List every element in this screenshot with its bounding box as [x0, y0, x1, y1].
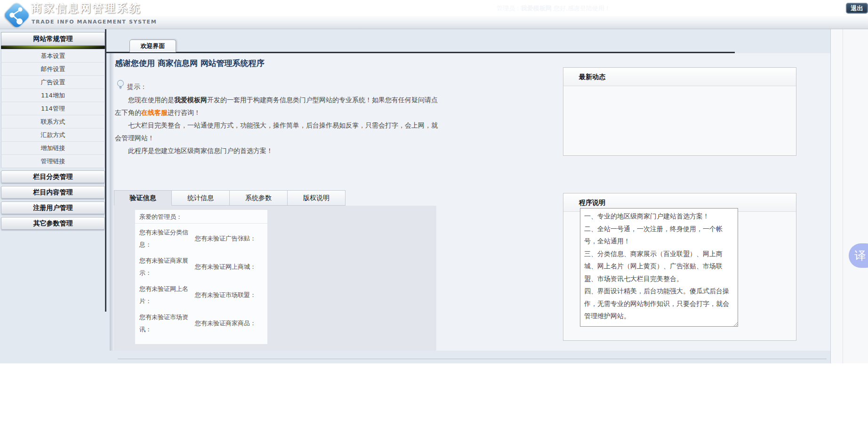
- verify-item-news: 您有未验证市场资讯：: [139, 311, 195, 336]
- sidebar-divider-line: [105, 29, 106, 312]
- sidebar: 网站常规管理 基本设置 邮件设置 广告设置 114增加 114管理 联系方式 汇…: [1, 32, 105, 233]
- app-subtitle: TRADE INFO MANAGEMENT SYSTEM: [32, 19, 157, 25]
- verify-row: 您有未验证商家展示： 您有未验证网上商城：: [135, 252, 267, 280]
- tip-paragraph-1: 您现在使用的是我爱模板网开发的一套用于构建商务信息类门户型网站的专业系统！如果您…: [115, 94, 438, 119]
- sidebar-section-content-manage[interactable]: 栏目内容管理: [1, 186, 105, 199]
- admin-suffix: 您好,感谢登陆使用！: [552, 5, 611, 12]
- tip1-text-c: 进行咨询！: [168, 109, 201, 116]
- tip-paragraph-3: 此程序是您建立地区级商家信息门户的首选方案！: [115, 145, 438, 157]
- sidebar-item-basic-settings[interactable]: 基本设置: [1, 49, 105, 63]
- sidebar-item-contact[interactable]: 联系方式: [1, 115, 105, 129]
- tip-paragraph-2: 七大栏目完美整合，一站通使用方式，功能强大，操作简单，后台操作易如反掌，只需会打…: [115, 119, 438, 145]
- app-title: 商家信息网管理系统: [31, 1, 141, 16]
- tip1-brand: 我爱模板网: [174, 96, 207, 104]
- admin-greeting: 管理员：我爱模板网 您好,感谢登陆使用！: [459, 4, 648, 13]
- sidebar-item-mail-settings[interactable]: 邮件设置: [1, 63, 105, 76]
- sidebar-menu: 基本设置 邮件设置 广告设置 114增加 114管理 联系方式 汇款方式 增加链…: [1, 49, 105, 168]
- verify-item-category: 您有未验证分类信息：: [139, 226, 195, 251]
- verify-row: 您有未验证分类信息： 您有未验证广告张贴：: [135, 224, 267, 252]
- sidebar-section-category-manage[interactable]: 栏目分类管理: [1, 170, 105, 183]
- sidebar-item-ad-settings[interactable]: 广告设置: [1, 76, 105, 89]
- latest-news-box: 最新动态: [563, 67, 796, 156]
- tab-copyright[interactable]: 版权说明: [288, 190, 346, 206]
- program-description-box: 程序说明 一、专业的地区级商家门户建站首选方案！ 二、全站一号通，一次注册，终身…: [563, 193, 796, 341]
- sidebar-collapsed-sections: 栏目分类管理 栏目内容管理 注册用户管理 其它参数管理: [1, 170, 105, 230]
- sidebar-item-114-manage[interactable]: 114管理: [1, 102, 105, 115]
- sidebar-item-remittance[interactable]: 汇款方式: [1, 129, 105, 142]
- right-gutter: [830, 29, 868, 363]
- verify-info-box: 亲爱的管理员： 您有未验证分类信息： 您有未验证广告张贴： 您有未验证商家展示：…: [135, 210, 267, 344]
- sidebar-item-114-add[interactable]: 114增加: [1, 89, 105, 102]
- verify-row: 您有未验证市场资讯： 您有未验证商家商品：: [135, 308, 267, 337]
- gutter-divider-line: [843, 29, 843, 363]
- tab-statistics[interactable]: 统计信息: [172, 190, 230, 206]
- verify-item-ads: 您有未验证广告张贴：: [195, 233, 263, 245]
- latest-news-title: 最新动态: [563, 68, 796, 86]
- app-logo: [5, 3, 29, 27]
- sidebar-section-general[interactable]: 网站常规管理: [1, 32, 105, 46]
- admin-name: 我爱模板网: [521, 5, 552, 12]
- page-title: 感谢您使用 商家信息网 网站管理系统程序: [115, 58, 265, 69]
- tab-system-params[interactable]: 系统参数: [230, 190, 288, 206]
- verify-item-goods: 您有未验证商家商品：: [195, 317, 263, 329]
- admin-dear-label: 亲爱的管理员：: [135, 210, 267, 224]
- logout-button[interactable]: 退出: [846, 3, 868, 14]
- tab-verify-info[interactable]: 验证信息: [114, 190, 172, 206]
- tip-body: 您现在使用的是我爱模板网开发的一套用于构建商务信息类门户型网站的专业系统！如果您…: [115, 94, 438, 157]
- verify-item-mall: 您有未验证网上商城：: [195, 261, 263, 273]
- sidebar-section-user-manage[interactable]: 注册用户管理: [1, 201, 105, 214]
- sidebar-glow-bar: [1, 46, 105, 49]
- online-service-link[interactable]: 在线客服: [141, 109, 168, 116]
- verify-info-panel: 亲爱的管理员： 您有未验证分类信息： 您有未验证广告张贴： 您有未验证商家展示：…: [114, 206, 436, 351]
- verify-item-alliance: 您有未验证市场联盟：: [195, 289, 263, 301]
- tip1-text-a: 您现在使用的是: [128, 96, 174, 104]
- verify-item-merchant: 您有未验证商家展示：: [139, 255, 195, 279]
- admin-prefix: 管理员：: [497, 5, 521, 12]
- verify-item-namecard: 您有未验证网上名片：: [139, 283, 195, 307]
- tab-welcome[interactable]: 欢迎界面: [129, 40, 176, 52]
- verify-row: 您有未验证网上名片： 您有未验证市场联盟：: [135, 280, 267, 308]
- program-description-textarea[interactable]: 一、专业的地区级商家门户建站首选方案！ 二、全站一号通，一次注册，终身使用，一个…: [580, 208, 738, 327]
- lightbulb-icon: [116, 80, 125, 93]
- info-tabs: 验证信息 统计信息 系统参数 版权说明: [114, 190, 346, 206]
- bottom-divider-line: [118, 359, 827, 359]
- sidebar-item-manage-link[interactable]: 管理链接: [1, 155, 105, 168]
- sidebar-section-param-manage[interactable]: 其它参数管理: [1, 217, 105, 230]
- sidebar-item-add-link[interactable]: 增加链接: [1, 142, 105, 155]
- tip-label: 提示：: [127, 83, 147, 91]
